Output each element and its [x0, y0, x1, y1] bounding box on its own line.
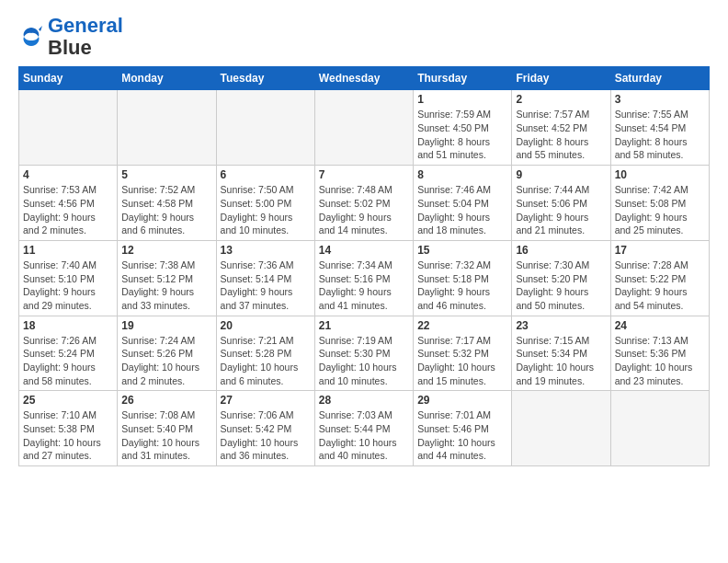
day-info: Sunrise: 7:52 AMSunset: 4:58 PMDaylight:…: [121, 183, 211, 237]
day-number: 28: [319, 394, 409, 407]
day-number: 10: [615, 168, 705, 181]
calendar-week-row: 11Sunrise: 7:40 AMSunset: 5:10 PMDayligh…: [19, 240, 710, 316]
day-number: 18: [23, 319, 113, 332]
day-number: 7: [319, 168, 409, 181]
day-info: Sunrise: 7:03 AMSunset: 5:44 PMDaylight:…: [319, 408, 409, 463]
day-info: Sunrise: 7:30 AMSunset: 5:20 PMDaylight:…: [516, 259, 606, 313]
calendar-cell: 3Sunrise: 7:55 AMSunset: 4:54 PMDaylight…: [610, 90, 709, 166]
day-info: Sunrise: 7:28 AMSunset: 5:22 PMDaylight:…: [615, 259, 705, 313]
calendar-cell: 12Sunrise: 7:38 AMSunset: 5:12 PMDayligh…: [118, 240, 216, 316]
logo-icon: [18, 24, 44, 50]
page: GeneralBlue SundayMondayTuesdayWednesday…: [0, 0, 728, 476]
calendar-cell: 29Sunrise: 7:01 AMSunset: 5:46 PMDayligh…: [414, 391, 512, 466]
calendar-cell: 1Sunrise: 7:59 AMSunset: 4:50 PMDaylight…: [414, 90, 512, 166]
calendar-cell: 5Sunrise: 7:52 AMSunset: 4:58 PMDaylight…: [118, 166, 216, 241]
day-number: 6: [221, 168, 311, 181]
day-info: Sunrise: 7:24 AMSunset: 5:26 PMDaylight:…: [121, 334, 211, 388]
calendar-cell: [512, 391, 610, 466]
calendar-cell: 18Sunrise: 7:26 AMSunset: 5:24 PMDayligh…: [19, 316, 118, 391]
calendar-cell: 17Sunrise: 7:28 AMSunset: 5:22 PMDayligh…: [610, 240, 709, 316]
day-info: Sunrise: 7:36 AMSunset: 5:14 PMDaylight:…: [221, 259, 311, 313]
day-number: 26: [121, 394, 211, 407]
calendar-cell: 20Sunrise: 7:21 AMSunset: 5:28 PMDayligh…: [216, 316, 314, 391]
day-info: Sunrise: 7:21 AMSunset: 5:28 PMDaylight:…: [221, 334, 311, 388]
day-info: Sunrise: 7:19 AMSunset: 5:30 PMDaylight:…: [319, 334, 409, 388]
day-number: 3: [615, 93, 705, 106]
calendar-week-row: 25Sunrise: 7:10 AMSunset: 5:38 PMDayligh…: [19, 391, 710, 466]
logo-text: GeneralBlue: [48, 15, 123, 59]
calendar-week-row: 4Sunrise: 7:53 AMSunset: 4:56 PMDaylight…: [19, 166, 710, 241]
calendar-header-monday: Monday: [118, 67, 216, 90]
calendar-cell: 19Sunrise: 7:24 AMSunset: 5:26 PMDayligh…: [118, 316, 216, 391]
day-info: Sunrise: 7:32 AMSunset: 5:18 PMDaylight:…: [417, 259, 507, 313]
calendar-cell: 14Sunrise: 7:34 AMSunset: 5:16 PMDayligh…: [314, 240, 413, 316]
calendar-header-tuesday: Tuesday: [216, 67, 314, 90]
calendar-cell: 16Sunrise: 7:30 AMSunset: 5:20 PMDayligh…: [512, 240, 610, 316]
calendar-cell: 7Sunrise: 7:48 AMSunset: 5:02 PMDaylight…: [314, 166, 413, 241]
day-info: Sunrise: 7:26 AMSunset: 5:24 PMDaylight:…: [23, 334, 113, 388]
day-number: 20: [221, 319, 311, 332]
day-number: 4: [23, 168, 113, 181]
day-number: 14: [319, 244, 409, 257]
day-info: Sunrise: 7:01 AMSunset: 5:46 PMDaylight:…: [417, 408, 507, 463]
calendar-cell: 6Sunrise: 7:50 AMSunset: 5:00 PMDaylight…: [216, 166, 314, 241]
day-info: Sunrise: 7:53 AMSunset: 4:56 PMDaylight:…: [23, 183, 113, 237]
calendar-cell: 15Sunrise: 7:32 AMSunset: 5:18 PMDayligh…: [414, 240, 512, 316]
day-number: 11: [23, 244, 113, 257]
day-info: Sunrise: 7:50 AMSunset: 5:00 PMDaylight:…: [221, 183, 311, 237]
calendar-header-wednesday: Wednesday: [314, 67, 413, 90]
day-info: Sunrise: 7:15 AMSunset: 5:34 PMDaylight:…: [516, 334, 606, 388]
day-number: 8: [417, 168, 507, 181]
day-number: 1: [417, 93, 507, 106]
day-number: 16: [516, 244, 606, 257]
calendar-cell: 27Sunrise: 7:06 AMSunset: 5:42 PMDayligh…: [216, 391, 314, 466]
calendar-cell: 9Sunrise: 7:44 AMSunset: 5:06 PMDaylight…: [512, 166, 610, 241]
calendar-header-row: SundayMondayTuesdayWednesdayThursdayFrid…: [19, 67, 710, 90]
day-number: 24: [615, 319, 705, 332]
calendar-cell: 25Sunrise: 7:10 AMSunset: 5:38 PMDayligh…: [19, 391, 118, 466]
calendar-cell: 24Sunrise: 7:13 AMSunset: 5:36 PMDayligh…: [610, 316, 709, 391]
calendar-cell: 11Sunrise: 7:40 AMSunset: 5:10 PMDayligh…: [19, 240, 118, 316]
day-info: Sunrise: 7:06 AMSunset: 5:42 PMDaylight:…: [221, 408, 311, 463]
calendar-cell: [19, 90, 118, 166]
header: GeneralBlue: [18, 15, 710, 59]
day-info: Sunrise: 7:17 AMSunset: 5:32 PMDaylight:…: [417, 334, 507, 388]
day-info: Sunrise: 7:34 AMSunset: 5:16 PMDaylight:…: [319, 259, 409, 313]
calendar-cell: [216, 90, 314, 166]
day-info: Sunrise: 7:59 AMSunset: 4:50 PMDaylight:…: [417, 108, 507, 162]
day-number: 9: [516, 168, 606, 181]
day-number: 27: [221, 394, 311, 407]
calendar-cell: 28Sunrise: 7:03 AMSunset: 5:44 PMDayligh…: [314, 391, 413, 466]
day-info: Sunrise: 7:57 AMSunset: 4:52 PMDaylight:…: [516, 108, 606, 162]
calendar-cell: 21Sunrise: 7:19 AMSunset: 5:30 PMDayligh…: [314, 316, 413, 391]
day-number: 21: [319, 319, 409, 332]
calendar-cell: 10Sunrise: 7:42 AMSunset: 5:08 PMDayligh…: [610, 166, 709, 241]
day-number: 13: [221, 244, 311, 257]
calendar-cell: 2Sunrise: 7:57 AMSunset: 4:52 PMDaylight…: [512, 90, 610, 166]
calendar-table: SundayMondayTuesdayWednesdayThursdayFrid…: [18, 66, 710, 466]
day-number: 19: [121, 319, 211, 332]
calendar-header-thursday: Thursday: [414, 67, 512, 90]
day-number: 17: [615, 244, 705, 257]
day-info: Sunrise: 7:40 AMSunset: 5:10 PMDaylight:…: [23, 259, 113, 313]
calendar-cell: [314, 90, 413, 166]
calendar-cell: 26Sunrise: 7:08 AMSunset: 5:40 PMDayligh…: [118, 391, 216, 466]
calendar-week-row: 1Sunrise: 7:59 AMSunset: 4:50 PMDaylight…: [19, 90, 710, 166]
day-info: Sunrise: 7:44 AMSunset: 5:06 PMDaylight:…: [516, 183, 606, 237]
calendar-week-row: 18Sunrise: 7:26 AMSunset: 5:24 PMDayligh…: [19, 316, 710, 391]
calendar-cell: [610, 391, 709, 466]
calendar-cell: 4Sunrise: 7:53 AMSunset: 4:56 PMDaylight…: [19, 166, 118, 241]
logo: GeneralBlue: [18, 15, 123, 59]
day-number: 15: [417, 244, 507, 257]
day-number: 12: [121, 244, 211, 257]
calendar-cell: 22Sunrise: 7:17 AMSunset: 5:32 PMDayligh…: [414, 316, 512, 391]
calendar-cell: 8Sunrise: 7:46 AMSunset: 5:04 PMDaylight…: [414, 166, 512, 241]
day-info: Sunrise: 7:46 AMSunset: 5:04 PMDaylight:…: [417, 183, 507, 237]
day-info: Sunrise: 7:42 AMSunset: 5:08 PMDaylight:…: [615, 183, 705, 237]
calendar-header-saturday: Saturday: [610, 67, 709, 90]
calendar-header-sunday: Sunday: [19, 67, 118, 90]
day-number: 29: [417, 394, 507, 407]
day-number: 23: [516, 319, 606, 332]
calendar-cell: 23Sunrise: 7:15 AMSunset: 5:34 PMDayligh…: [512, 316, 610, 391]
day-info: Sunrise: 7:38 AMSunset: 5:12 PMDaylight:…: [121, 259, 211, 313]
